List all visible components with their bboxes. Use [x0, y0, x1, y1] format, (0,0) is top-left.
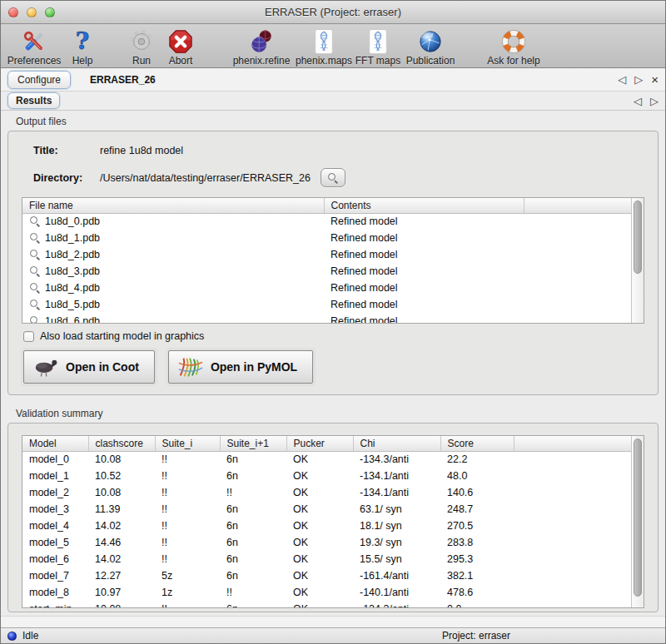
tab-configure[interactable]: Configure: [7, 71, 71, 89]
subtab-scroll-left-icon[interactable]: ◁: [634, 96, 642, 107]
output-files-table: File nameContents1u8d_0.pdbRefined model…: [22, 197, 644, 324]
magnifier-icon: [29, 232, 40, 243]
pymol-ribbon-icon: [177, 356, 204, 378]
title-label: Title:: [33, 145, 100, 156]
magnifier-icon: [29, 249, 40, 260]
main-tab-bar: Configure ERRASER_26 ◁ ▷ ×: [1, 68, 665, 92]
column-header[interactable]: Pucker: [286, 436, 353, 451]
table-row[interactable]: 1u8d_4.pdbRefined model: [22, 280, 631, 296]
preferences-button[interactable]: Preferences: [4, 26, 64, 67]
toolbar: Preferences ? Help Run Abort: [1, 24, 665, 68]
status-bar: Idle Project: erraser: [1, 627, 665, 643]
load-starting-model-option: Also load starting model in graphics: [23, 330, 644, 342]
help-button[interactable]: ? Help: [66, 26, 99, 67]
column-header[interactable]: Suite_i: [155, 436, 220, 451]
svg-text:?: ?: [76, 29, 89, 54]
directory-label: Directory:: [33, 172, 100, 184]
table-header-row: File nameContents: [22, 198, 631, 213]
validation-table-scrollbar[interactable]: [631, 436, 644, 607]
column-header[interactable]: Score: [440, 436, 514, 451]
table-row[interactable]: model_110.52!!6nOK-134.1/anti48.0: [22, 468, 631, 484]
status-strip: [1, 616, 665, 627]
browse-directory-button[interactable]: [321, 168, 345, 187]
column-header[interactable]: Suite_i+1: [220, 436, 286, 451]
magnifier-icon: [327, 172, 338, 183]
sub-tab-bar: Results ◁ ▷: [1, 92, 665, 111]
title-value: refine 1u8d model: [100, 145, 183, 156]
table-row[interactable]: start_min10.08!!6nOK-134.3/anti0.0: [22, 601, 631, 608]
publication-button[interactable]: Publication: [402, 26, 459, 67]
stop-x-icon: [168, 29, 193, 54]
life-ring-icon: [501, 29, 526, 54]
output-files-section-label: Output files: [16, 116, 659, 127]
table-row[interactable]: 1u8d_1.pdbRefined model: [22, 230, 631, 246]
magnifier-icon: [29, 315, 40, 324]
tools-icon: [22, 29, 47, 54]
table-row[interactable]: model_311.39!!6nOK63.1/ syn248.7: [22, 501, 631, 518]
column-header[interactable]: Model: [22, 436, 88, 451]
app-window: ERRASER (Project: erraser) Preferences: [0, 0, 666, 644]
abort-button[interactable]: Abort: [161, 26, 201, 67]
table-row[interactable]: model_414.02!!6nOK18.1/ syn270.5: [22, 518, 631, 534]
table-row[interactable]: 1u8d_0.pdbRefined model: [22, 213, 631, 230]
coot-bird-icon: [32, 356, 59, 378]
magnifier-icon: [29, 215, 40, 226]
project-label: Project: erraser: [442, 630, 510, 642]
directory-value: /Users/nat/data/testing/erraser/ERRASER_…: [100, 172, 311, 184]
table-row[interactable]: model_810.971z!!OK-140.1/anti478.6: [22, 584, 631, 601]
column-header[interactable]: Chi: [353, 436, 440, 451]
scrollbar-thumb[interactable]: [634, 201, 642, 274]
subtab-scroll-right-icon[interactable]: ▷: [650, 96, 659, 107]
status-led-icon: [7, 632, 17, 641]
column-header[interactable]: File name: [22, 198, 324, 213]
open-in-pymol-label: Open in PyMOL: [211, 360, 297, 374]
table-row[interactable]: 1u8d_2.pdbRefined model: [22, 246, 631, 263]
file-table-scrollbar[interactable]: [631, 198, 644, 323]
table-row[interactable]: model_210.08!!!!OK-134.1/anti140.6: [22, 484, 631, 501]
table-row[interactable]: model_712.275z6nOK-161.4/anti382.1: [22, 567, 631, 584]
column-header[interactable]: Contents: [324, 198, 524, 213]
magnifier-icon: [29, 282, 40, 293]
question-mark-icon: ?: [70, 29, 95, 54]
gear-icon: [129, 29, 154, 54]
column-header[interactable]: clashscore: [88, 436, 155, 451]
window-title: ERRASER (Project: erraser): [1, 6, 665, 18]
tab-results[interactable]: Results: [7, 92, 60, 109]
table-row[interactable]: model_614.02!!6nOK15.5/ syn295.3: [22, 551, 631, 567]
open-in-coot-button[interactable]: Open in Coot: [23, 350, 155, 384]
globe-icon: [418, 29, 443, 54]
tab-close-icon[interactable]: ×: [651, 73, 659, 86]
validation-summary-section-label: Validation summary: [16, 408, 659, 419]
phenix-maps-button[interactable]: phenix.maps: [294, 26, 354, 67]
title-bar: ERRASER (Project: erraser): [1, 1, 665, 24]
table-row[interactable]: model_514.46!!6nOK19.3/ syn283.8: [22, 534, 631, 551]
tab-scroll-left-icon[interactable]: ◁: [618, 74, 626, 85]
run-button[interactable]: Run: [122, 26, 161, 67]
magnifier-icon: [29, 265, 40, 276]
refine-spheres-icon: [249, 29, 274, 54]
validation-summary-groupbox: ModelclashscoreSuite_iSuite_i+1PuckerChi…: [7, 423, 659, 612]
density-map-icon: [311, 29, 336, 54]
tab-erraser-26[interactable]: ERRASER_26: [79, 72, 166, 88]
load-starting-model-label: Also load starting model in graphics: [40, 330, 204, 342]
table-row[interactable]: model_010.08!!6nOK-134.3/anti22.2: [22, 451, 631, 468]
table-row[interactable]: 1u8d_5.pdbRefined model: [22, 296, 631, 313]
scrollbar-thumb[interactable]: [634, 438, 642, 597]
validation-table: ModelclashscoreSuite_iSuite_i+1PuckerChi…: [22, 435, 644, 608]
open-in-pymol-button[interactable]: Open in PyMOL: [168, 350, 313, 384]
load-starting-model-checkbox[interactable]: [23, 331, 34, 342]
phenix-refine-button[interactable]: phenix.refine: [229, 26, 294, 67]
ask-for-help-button[interactable]: Ask for help: [484, 26, 544, 67]
magnifier-icon: [29, 299, 40, 310]
table-header-row: ModelclashscoreSuite_iSuite_i+1PuckerChi…: [22, 436, 631, 451]
fft-maps-button[interactable]: FFT maps: [354, 26, 402, 67]
open-in-coot-label: Open in Coot: [66, 360, 139, 374]
column-header[interactable]: [514, 436, 631, 451]
table-row[interactable]: 1u8d_3.pdbRefined model: [22, 263, 631, 280]
column-header[interactable]: [524, 198, 631, 213]
results-panel: Output files Title: refine 1u8d model Di…: [1, 111, 665, 616]
tab-scroll-right-icon[interactable]: ▷: [634, 74, 643, 85]
table-row[interactable]: 1u8d_6.pdbRefined model: [22, 313, 631, 324]
density-map-icon: [365, 29, 390, 54]
output-files-groupbox: Title: refine 1u8d model Directory: /Use…: [7, 131, 659, 395]
